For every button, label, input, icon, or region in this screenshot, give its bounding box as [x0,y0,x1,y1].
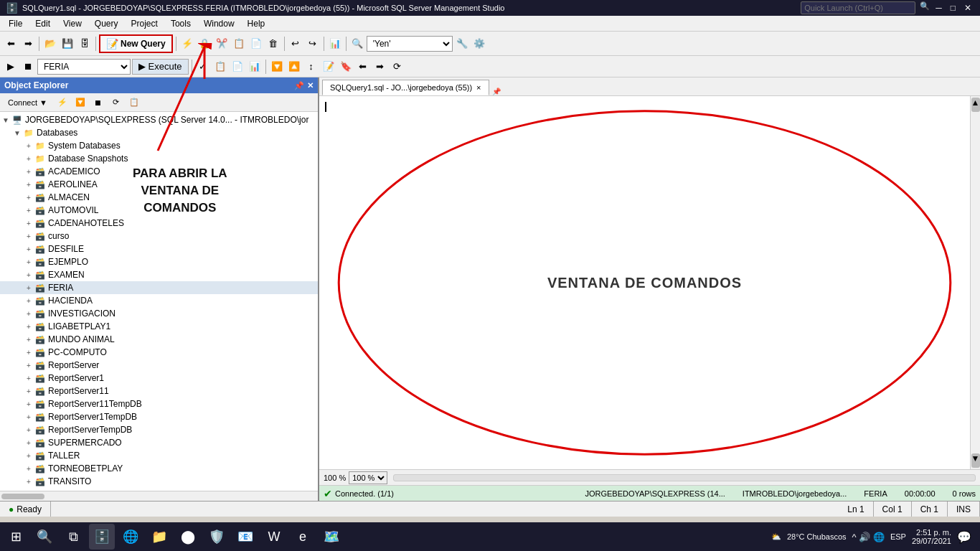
tree-db-rs11temp[interactable]: + 🗃️ ReportServer11TempDB [0,397,318,410]
menu-file[interactable]: File [3,17,28,30]
menu-query[interactable]: Query [89,17,124,30]
new-query-button[interactable]: 📝 New Query [99,34,173,53]
tab-pin-icon[interactable]: 📌 [492,88,501,95]
undo-button[interactable]: ↩ [288,36,303,52]
save-button[interactable]: 💾 [60,36,75,52]
t2-btn-11[interactable]: ⬅ [355,59,371,75]
toolbar-btn-9[interactable]: 🔧 [454,36,470,52]
menu-view[interactable]: View [57,17,88,30]
close-button[interactable]: ✕ [961,1,974,14]
redo-button[interactable]: ↪ [305,36,321,52]
t2-btn-4[interactable]: 📄 [230,59,245,75]
save-all-button[interactable]: 🗄 [77,36,93,52]
t2-btn-13[interactable]: ⟳ [390,59,405,75]
tree-db-investigacion[interactable]: + 🗃️ INVESTIGACION [0,307,318,320]
taskbar-explorer[interactable]: 📁 [146,524,172,550]
query-editor[interactable]: ▲ ▼ VENTANA DE COMANDOS [319,96,980,469]
toolbar-btn-5[interactable]: 📄 [248,36,264,52]
task-view-button[interactable]: ⧉ [60,524,86,550]
summary-button[interactable]: 📋 [126,95,142,110]
toolbar-btn-1[interactable]: ⚡ [179,36,195,52]
menu-window[interactable]: Window [198,17,240,30]
menu-project[interactable]: Project [126,17,164,30]
back-button[interactable]: ⬅ [3,36,19,52]
t2-btn-10[interactable]: 🔖 [338,59,354,75]
tree-db-liga[interactable]: + 🗃️ LIGABETPLAY1 [0,320,318,333]
tab-close-button[interactable]: × [476,83,481,92]
tree-db-torneo[interactable]: + 🗃️ TORNEOBETPLAY [0,462,318,475]
toolbar-btn-10[interactable]: ⚙️ [471,36,487,52]
t2-parse-button[interactable]: ✓ [195,59,211,75]
disconnect-button[interactable]: ⚡ [55,95,70,110]
t2-btn-9[interactable]: 📝 [321,59,336,75]
tree-db-ejemplo[interactable]: + 🗃️ EJEMPLO [0,255,318,268]
toolbar-btn-8[interactable]: 🔍 [349,36,365,52]
tree-db-desfile[interactable]: + 🗃️ DESFILE [0,242,318,255]
minimize-button[interactable]: ─ [933,1,945,14]
vscroll-down-btn[interactable]: ▼ [971,453,980,468]
taskbar-edge[interactable]: 🌐 [118,524,143,550]
t2-btn-2[interactable]: ⏹ [20,59,36,75]
tree-db-cadena[interactable]: + 🗃️ CADENAHOTELES [0,217,318,230]
toolbar-btn-4[interactable]: 📋 [231,36,247,52]
tree-system-databases[interactable]: + 📁 System Databases [0,139,318,152]
taskbar-edge2[interactable]: e [290,524,316,550]
taskbar-word[interactable]: W [261,524,287,550]
refresh-button[interactable]: ⟳ [108,95,124,110]
tree-db-reportserver11[interactable]: + 🗃️ ReportServer11 [0,385,318,397]
menu-help[interactable]: Help [242,17,271,30]
toolbar-btn-7[interactable]: 📊 [327,36,343,52]
tree-db-pc[interactable]: + 🗃️ PC-COMPUTO [0,346,318,359]
pin-icon[interactable]: 📌 [294,81,304,90]
menu-tools[interactable]: Tools [165,17,197,30]
taskbar-app1[interactable]: 📧 [232,524,258,550]
tree-databases[interactable]: ▼ 📁 Databases [0,126,318,139]
forward-button[interactable]: ➡ [20,36,36,52]
tree-db-feria[interactable]: + 🗃️ FERIA [0,281,318,294]
query-tab[interactable]: SQLQuery1.sql - JO...\jorgebedoya (55)) … [322,80,489,95]
menu-edit[interactable]: Edit [29,17,56,30]
tree-db-super[interactable]: + 🗃️ SUPERMERCADO [0,436,318,449]
close-panel-icon[interactable]: ✕ [307,81,314,90]
execute-button[interactable]: ▶ Execute [132,59,189,75]
notification-icon[interactable]: 💬 [957,530,971,544]
hscroll-thumb[interactable] [1,494,44,499]
vscrollbar[interactable]: ▲ ▼ [970,96,980,469]
tree-db-automovil[interactable]: + 🗃️ AUTOMOVIL [0,204,318,217]
tree-database-snapshots[interactable]: + 📁 Database Snapshots [0,152,318,165]
toolbar-btn-6[interactable]: 🗑 [265,36,281,52]
tree-db-reportserver[interactable]: + 🗃️ ReportServer [0,359,318,372]
taskbar-ssms[interactable]: 🗄️ [89,524,115,550]
tree-db-hacienda[interactable]: + 🗃️ HACIENDA [0,294,318,307]
t2-btn-8[interactable]: ↕ [303,59,319,75]
taskbar-defender[interactable]: 🛡️ [204,524,230,550]
explorer-hscrollbar[interactable] [0,491,318,501]
stop-button[interactable]: ⏹ [90,95,106,110]
taskbar-app2[interactable]: 🗺️ [319,524,344,550]
tree-db-transito[interactable]: + 🗃️ TRANSITO [0,475,318,488]
quick-launch-input[interactable] [801,1,915,14]
start-button[interactable]: ⊞ [3,524,29,550]
database-dropdown[interactable]: 'Yen' [367,36,453,52]
tree-db-academico[interactable]: + 🗃️ ACADEMICO [0,165,318,178]
tree-db-examen[interactable]: + 🗃️ EXAMEN [0,268,318,281]
tree-server[interactable]: ▼ 🖥️ JORGEBEDOYAP\SQLEXPRESS (SQL Server… [0,113,318,126]
t2-btn-3[interactable]: 📋 [212,59,228,75]
zoom-select[interactable]: 100 % [349,471,387,484]
filter-button[interactable]: 🔽 [72,95,88,110]
t2-btn-5[interactable]: 📊 [247,59,263,75]
taskbar-chrome[interactable]: ⬤ [175,524,201,550]
tree-db-mundo[interactable]: + 🗃️ MUNDO ANIMAL [0,333,318,346]
open-button[interactable]: 📂 [42,36,58,52]
tree-db-aerolinea[interactable]: + 🗃️ AEROLINEA [0,178,318,191]
connect-button[interactable]: Connect ▼ [3,95,52,110]
t2-btn-6[interactable]: 🔽 [269,59,285,75]
vscroll-up-btn[interactable]: ▲ [971,98,980,112]
t2-btn-1[interactable]: ▶ [3,59,19,75]
query-hscroll[interactable] [393,474,976,481]
maximize-button[interactable]: □ [948,1,958,14]
tree-db-curso[interactable]: + 🗃️ curso [0,230,318,242]
t2-btn-7[interactable]: 🔼 [286,59,302,75]
toolbar-btn-2[interactable]: 🔒 [197,36,212,52]
search-taskbar-button[interactable]: 🔍 [32,524,57,550]
